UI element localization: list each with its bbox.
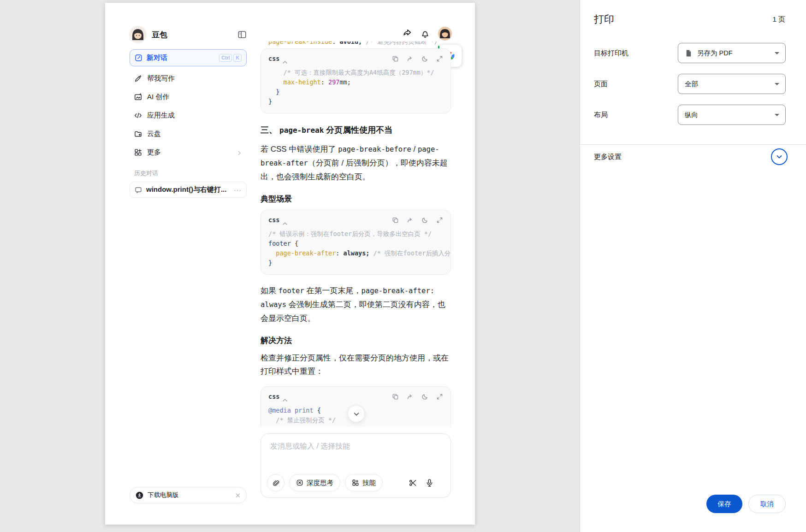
code-block-header: css [268,51,443,66]
paragraph: 如果 footer 在第一页末尾，page-break-after: alway… [261,284,451,325]
collapse-sidebar-icon[interactable] [237,30,247,39]
share-icon[interactable] [402,29,412,39]
code-language-label: css [268,216,279,224]
chevron-down-icon [776,154,782,160]
code-block: css /* 可选：直接限制最大高度为A4纸高度（297mm）*/ max-he… [261,48,451,113]
copy-icon[interactable] [392,393,399,400]
code-block-header: css [268,389,443,404]
close-icon[interactable]: ✕ [235,492,241,499]
destination-label: 目标打印机 [594,49,628,58]
moon-icon[interactable] [421,393,428,400]
deep-think-button[interactable]: 深度思考 [289,474,340,491]
moon-icon[interactable] [421,217,428,224]
pdf-doc-icon [685,49,693,57]
image-create-icon [134,93,142,101]
mic-icon[interactable] [425,479,434,487]
code-line: footer { [268,239,443,248]
scroll-to-bottom-button[interactable] [348,405,365,422]
forward-icon[interactable] [407,393,414,400]
expand-icon[interactable] [436,393,443,400]
code-line: page-break-inside: avoid; /* 避免内容跨页截断 */ [268,41,450,47]
layout-value: 纵向 [685,111,698,119]
expand-more-settings-button[interactable] [771,148,788,165]
expand-icon[interactable] [436,217,443,224]
brand-name: 豆包 [152,30,167,40]
pen-sparkle-icon [134,75,142,83]
bell-icon[interactable] [420,29,430,39]
layout-select[interactable]: 纵向 [678,105,786,125]
forward-icon[interactable] [407,55,414,62]
new-chat-button[interactable]: 新对话 Ctrl K [130,49,247,66]
history-section-label: 历史对话 [134,169,242,177]
shortcut-keys: Ctrl K [219,54,242,62]
sidebar-item-label: 应用生成 [147,111,175,120]
chat-topbar [402,27,452,41]
caret-up-icon[interactable] [283,395,287,398]
subheading-typical: 典型场景 [261,194,451,204]
dropdown-caret-icon [775,83,779,88]
sidebar-item-4[interactable]: 更多 [130,143,247,161]
chevron-right-icon [237,149,242,155]
dropdown-caret-icon [775,52,779,57]
expand-icon[interactable] [436,55,443,62]
screen: 豆包 新对话 Ctrl K 帮我写作AI 创作应用生成云盘更多 历史对话 [0,0,806,532]
cloud-drive-icon [134,130,142,138]
doubao-avatar [130,26,146,43]
caret-up-icon[interactable] [283,219,287,222]
copy-icon[interactable] [392,55,399,62]
save-button[interactable]: 保存 [706,495,742,513]
sidebar-item-0[interactable]: 帮我写作 [130,69,247,88]
code-line: /* 错误示例：强制在footer后分页，导致多出空白页 */ [268,229,443,239]
destination-select[interactable]: 另存为 PDF [678,43,786,63]
skills-button[interactable]: 技能 [345,474,383,491]
code-line: footer, header, section { [268,425,443,427]
destination-row: 目标打印机 另存为 PDF [594,43,786,63]
sidebar: 豆包 新对话 Ctrl K 帮我写作AI 创作应用生成云盘更多 历史对话 [130,25,247,503]
layout-row: 布局 纵向 [594,105,786,125]
code-line: /* 可选：直接限制最大高度为A4纸高度（297mm）*/ [268,68,443,77]
download-desktop-button[interactable]: 下载电脑版 ✕ [130,487,247,503]
scissors-icon[interactable] [409,479,417,487]
code-line: } [268,258,443,268]
pages-select[interactable]: 全部 [678,74,786,94]
cancel-button[interactable]: 取消 [748,495,786,513]
message-input[interactable]: 发消息或输入 / 选择技能 [261,434,450,451]
sidebar-item-2[interactable]: 应用生成 [130,106,247,124]
sidebar-item-3[interactable]: 云盘 [130,124,247,143]
clipped-code-line: page-break-inside: avoid; /* 避免内容跨页截断 */ [268,41,450,47]
download-label: 下载电脑版 [148,491,179,499]
key-ctrl: Ctrl [219,54,232,62]
more-settings-row[interactable]: 更多设置 [594,148,788,166]
sidebar-nav: 帮我写作AI 创作应用生成云盘更多 [130,69,247,161]
new-chat-icon [135,54,142,62]
history-item[interactable]: window.print()与右键打... ··· [130,182,247,198]
page-count: 1 页 [772,15,785,24]
more-settings-label: 更多设置 [594,153,622,161]
attachment-button[interactable] [267,474,284,491]
destination-value: 另存为 PDF [697,49,733,58]
code-generate-icon [134,112,142,119]
sidebar-item-label: 帮我写作 [147,74,175,83]
inline-code: page-break-before [338,145,411,154]
chevron-down-icon [353,411,360,417]
code-line: max-height: 297mm; [268,77,443,87]
user-avatar[interactable] [438,27,452,41]
deep-think-label: 深度思考 [307,479,333,487]
sidebar-item-1[interactable]: AI 创作 [130,88,247,106]
layout-label: 布局 [594,111,608,119]
sidebar-item-label: AI 创作 [147,93,169,101]
sidebar-item-label: 更多 [147,148,161,157]
chat-messages: page-break-inside: avoid; /* 避免内容跨页截断 */… [261,41,451,427]
message-input-card[interactable]: 发消息或输入 / 选择技能 深度思考 技能 [261,433,451,498]
print-preview-page: 豆包 新对话 Ctrl K 帮我写作AI 创作应用生成云盘更多 历史对话 [105,3,475,525]
history-item-more[interactable]: ··· [234,186,242,194]
attachment-icon [272,479,280,487]
forward-icon[interactable] [407,217,414,224]
moon-icon[interactable] [421,55,428,62]
copy-icon[interactable] [392,217,399,224]
subheading-solution: 解决方法 [261,335,451,346]
history-item-title: window.print()与右键打... [146,185,226,194]
caret-up-icon[interactable] [283,57,287,60]
deep-think-icon [296,479,303,486]
brand-row: 豆包 [130,25,247,44]
